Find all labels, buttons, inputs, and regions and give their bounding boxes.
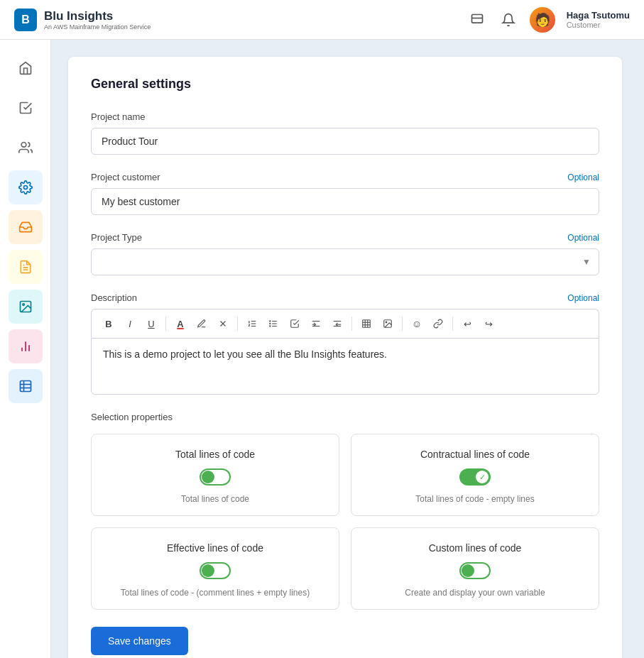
project-type-select[interactable]	[91, 248, 599, 275]
font-color-button[interactable]: A	[170, 314, 190, 334]
project-type-select-wrapper: ▼	[91, 248, 599, 275]
table-button[interactable]	[356, 314, 376, 334]
clear-format-button[interactable]	[213, 314, 233, 334]
top-nav: B Blu Insights An AWS Mainframe Migratio…	[0, 0, 644, 40]
effective-loc-card: Effective lines of code Total lines of c…	[91, 527, 339, 610]
save-changes-button[interactable]: Save changes	[91, 627, 188, 655]
svg-point-2	[23, 186, 27, 190]
total-loc-thumb	[202, 471, 214, 483]
bullet-list-button[interactable]	[263, 314, 283, 334]
messages-icon[interactable]	[467, 10, 487, 30]
project-type-group: Project Type Optional ▼	[91, 232, 599, 275]
sidebar-item-notes[interactable]	[9, 250, 43, 284]
project-customer-label-row: Project customer Optional	[91, 172, 599, 182]
ordered-list-button[interactable]	[242, 314, 262, 334]
project-customer-optional: Optional	[567, 172, 599, 182]
italic-button[interactable]: I	[120, 314, 140, 334]
sidebar-item-gallery[interactable]	[9, 290, 43, 324]
toolbar-divider-5	[452, 317, 453, 331]
svg-rect-10	[20, 381, 31, 392]
project-customer-input[interactable]	[91, 188, 599, 215]
highlight-button[interactable]	[192, 314, 212, 334]
app-title: Blu Insights	[44, 9, 151, 23]
contractual-loc-toggle[interactable]: ✓	[459, 468, 491, 486]
sidebar-item-home[interactable]	[9, 51, 43, 85]
contractual-loc-desc: Total lines of code - empty lines	[415, 494, 534, 504]
description-text: This is a demo project to let you see al…	[103, 349, 387, 360]
project-name-label-row: Project name	[91, 111, 599, 122]
sidebar-item-settings[interactable]	[9, 170, 43, 204]
svg-point-22	[270, 321, 271, 322]
total-loc-card: Total lines of code Total lines of code	[91, 434, 339, 516]
description-editor[interactable]: This is a demo project to let you see al…	[91, 338, 599, 395]
sidebar	[0, 40, 51, 658]
contractual-loc-thumb: ✓	[476, 471, 489, 483]
project-customer-label: Project customer	[91, 172, 160, 182]
logo-icon: B	[14, 9, 37, 31]
custom-loc-title: Custom lines of code	[429, 542, 522, 554]
custom-loc-card: Custom lines of code Create and display …	[351, 527, 599, 610]
sidebar-item-charts[interactable]	[9, 329, 43, 363]
avatar: 🧑	[530, 7, 555, 33]
project-type-label-row: Project Type Optional	[91, 232, 599, 243]
sidebar-item-inbox[interactable]	[9, 210, 43, 244]
custom-loc-desc: Create and display your own variable	[405, 588, 545, 598]
svg-point-6	[22, 304, 23, 306]
svg-rect-0	[471, 14, 482, 23]
toolbar-divider-2	[237, 317, 238, 331]
undo-button[interactable]: ↩	[457, 314, 477, 334]
project-type-label: Project Type	[91, 232, 142, 243]
project-name-group: Project name	[91, 111, 599, 155]
effective-loc-title: Effective lines of code	[167, 542, 263, 554]
description-group: Description Optional B I U A	[91, 292, 599, 395]
sidebar-item-users[interactable]	[9, 131, 43, 165]
toolbar-divider-3	[351, 317, 352, 331]
sidebar-item-tables[interactable]	[9, 369, 43, 403]
toolbar-divider-1	[165, 317, 166, 331]
description-label-row: Description Optional	[91, 292, 599, 303]
description-optional: Optional	[567, 293, 599, 303]
image-button[interactable]	[378, 314, 398, 334]
underline-button[interactable]: U	[141, 314, 161, 334]
svg-rect-31	[363, 320, 371, 328]
panel-title: General settings	[91, 77, 599, 92]
svg-point-1	[21, 143, 26, 148]
rte-toolbar: B I U A	[91, 309, 599, 338]
contractual-loc-title: Contractual lines of code	[420, 449, 530, 460]
user-name: Haga Tsutomu	[567, 10, 630, 21]
bold-button[interactable]: B	[99, 314, 119, 334]
total-loc-toggle[interactable]	[200, 468, 231, 486]
logo-area: B Blu Insights An AWS Mainframe Migratio…	[14, 9, 151, 31]
bell-icon[interactable]	[498, 10, 518, 30]
total-loc-title: Total lines of code	[175, 449, 255, 460]
user-role: Customer	[567, 21, 630, 29]
emoji-button[interactable]: ☺	[407, 314, 427, 334]
app-body: General settings Project name Project cu…	[0, 40, 644, 658]
project-customer-group: Project customer Optional	[91, 172, 599, 215]
project-name-input[interactable]	[91, 128, 599, 155]
svg-point-37	[386, 322, 387, 323]
toolbar-divider-4	[402, 317, 403, 331]
link-button[interactable]	[428, 314, 448, 334]
checklist-button[interactable]	[285, 314, 305, 334]
selection-properties-title: Selection properties	[91, 412, 599, 422]
effective-loc-desc: Total lines of code - (comment lines + e…	[121, 588, 310, 598]
main-content: General settings Project name Project cu…	[51, 40, 644, 658]
app-subtitle: An AWS Mainframe Migration Service	[44, 23, 151, 31]
nav-right: 🧑 Haga Tsutomu Customer	[467, 7, 630, 33]
user-info: Haga Tsutomu Customer	[567, 10, 630, 29]
sidebar-item-checks[interactable]	[9, 91, 43, 125]
contractual-loc-card: Contractual lines of code ✓ Total lines …	[351, 434, 599, 516]
custom-loc-thumb	[462, 564, 474, 577]
svg-point-23	[270, 323, 271, 324]
settings-panel: General settings Project name Project cu…	[68, 57, 622, 658]
project-name-label: Project name	[91, 111, 146, 122]
selection-grid: Total lines of code Total lines of code …	[91, 434, 599, 610]
project-type-optional: Optional	[567, 233, 599, 243]
redo-button[interactable]: ↪	[479, 314, 498, 334]
custom-loc-toggle[interactable]	[459, 562, 491, 579]
description-label: Description	[91, 292, 137, 303]
effective-loc-toggle[interactable]	[200, 562, 231, 579]
outdent-button[interactable]	[327, 314, 347, 334]
indent-button[interactable]	[306, 314, 326, 334]
